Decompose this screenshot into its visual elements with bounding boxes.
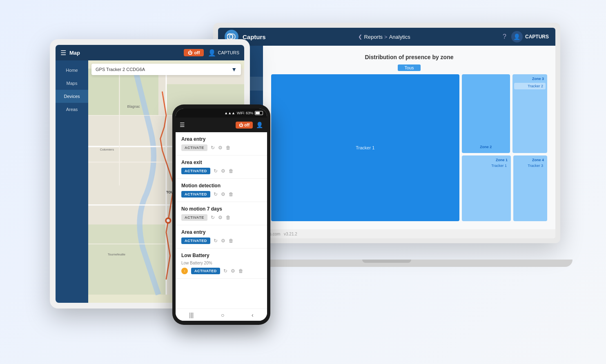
alert-activated-btn-6[interactable]: ACTIVATED	[191, 268, 220, 274]
chart-area: Distribution of presence by zone Tous Tr…	[263, 46, 555, 229]
phone-alerts-list: Area entry ACTIVATE ↻ ⚙ 🗑 Area exit ACTI…	[176, 132, 267, 309]
alert-settings-icon-5[interactable]: ⚙	[221, 238, 225, 244]
alert-controls-1: ACTIVATE ↻ ⚙ 🗑	[181, 144, 261, 151]
phone-bottom-nav: ||| ○ ‹	[176, 309, 267, 321]
treemap-container: Tracker 1 Zone 2	[271, 74, 547, 221]
laptop-footer: s.com v3.21.2	[263, 229, 555, 238]
laptop-user-avatar: 👤	[511, 31, 523, 42]
help-icon[interactable]: ?	[503, 33, 506, 40]
tablet-sidebar-home[interactable]: Home	[56, 64, 88, 77]
alert-delete-icon-2[interactable]: 🗑	[229, 168, 234, 174]
alert-activate-btn-1[interactable]: ACTIVATE	[181, 144, 207, 151]
alert-item-no-motion: No motion 7 days ACTIVATE ↻ ⚙ 🗑	[176, 202, 267, 225]
scene: Capturs ❮ Reports > Analytics ? 👤 CAPTUR…	[38, 15, 568, 349]
tablet-user-icon[interactable]: 👤	[208, 49, 216, 57]
phone-signal-icon: ▲▲▲	[224, 111, 235, 115]
phone-nav-home-icon[interactable]: ○	[221, 312, 224, 318]
phone-menu-icon[interactable]: ☰	[180, 122, 185, 128]
alert-controls-2: ACTIVATED ↻ ⚙ 🗑	[181, 168, 261, 174]
tablet-tracker-bar: GPS Tracker 2 CCDG6A ▼	[91, 64, 241, 75]
zone2-label: Zone 2	[477, 143, 494, 151]
alert-settings-icon-4[interactable]: ⚙	[218, 215, 223, 220]
alert-activated-btn-2[interactable]: ACTIVATED	[181, 168, 210, 174]
alert-title-6: Low Battery	[181, 253, 261, 258]
treemap-zone2-block: Tracker 1	[271, 74, 459, 221]
alert-activate-btn-4[interactable]: ACTIVATE	[181, 214, 207, 221]
phone-off-button[interactable]: ⏻ off	[236, 122, 253, 129]
laptop-nav-chevron-icon: ❮	[358, 34, 362, 40]
phone-nav-back-icon[interactable]: |||	[189, 312, 194, 318]
laptop-user: 👤 CAPTURS	[511, 31, 549, 42]
tablet-off-button[interactable]: ⏻ off	[184, 49, 204, 56]
tablet-topbar: ☰ Map ⏻ off 👤 CAPTURS	[56, 45, 244, 60]
phone-screen: ▲▲▲ WiFi 63% ☰ ⏻ off 👤	[176, 109, 267, 321]
alert-item-low-battery: Low Battery Low Battery 20% ! ACTIVATED …	[176, 249, 267, 279]
alert-controls-4: ACTIVATE ↻ ⚙ 🗑	[181, 214, 261, 221]
tablet-sidebar: Home Maps Devices Areas	[56, 60, 88, 303]
alert-settings-icon-1[interactable]: ⚙	[218, 145, 223, 151]
tablet-title: Map	[69, 50, 80, 56]
alert-controls-6: ! ACTIVATED ↻ ⚙ 🗑	[181, 268, 261, 274]
alert-delete-icon-1[interactable]: 🗑	[226, 145, 231, 151]
tablet-sidebar-maps[interactable]: Maps	[56, 77, 88, 90]
laptop-topbar-right: ? 👤 CAPTURS	[503, 31, 549, 42]
alert-refresh-icon-6[interactable]: ↻	[223, 268, 227, 274]
laptop-main: Distribution of presence by zone Tous Tr…	[263, 46, 555, 238]
laptop-topbar: Capturs ❮ Reports > Analytics ? 👤 CAPTUR…	[218, 28, 555, 46]
tablet-menu-icon[interactable]: ☰	[60, 49, 66, 57]
alert-activated-btn-5[interactable]: ACTIVATED	[181, 237, 210, 244]
treemap-zone1: Zone 1 Tracker 1	[462, 155, 511, 221]
alert-controls-3: ACTIVATED ↻ ⚙ 🗑	[181, 191, 261, 198]
tablet-user-label: CAPTURS	[218, 50, 239, 55]
alert-delete-icon-5[interactable]: 🗑	[229, 238, 234, 244]
treemap-zone4: Zone 4 Tracker 3	[513, 155, 547, 221]
phone: ▲▲▲ WiFi 63% ☰ ⏻ off 👤	[172, 104, 274, 333]
tablet-sidebar-devices[interactable]: Devices	[56, 90, 88, 103]
tablet-tracker-chevron[interactable]: ▼	[231, 66, 237, 73]
alert-title-3: Motion detection	[181, 183, 261, 189]
alert-badge-icon: !	[181, 268, 188, 274]
alert-refresh-icon-5[interactable]: ↻	[214, 238, 218, 244]
zone4-tracker3: Tracker 3	[515, 163, 546, 169]
alert-refresh-icon-4[interactable]: ↻	[211, 215, 215, 220]
chart-tabs: Tous	[271, 64, 547, 71]
treemap-zone2: Zone 2	[462, 74, 510, 153]
laptop-nav-reports[interactable]: Reports	[364, 34, 383, 40]
tablet-sidebar-areas[interactable]: Areas	[56, 103, 88, 116]
chart-tab-tous[interactable]: Tous	[398, 64, 420, 71]
treemap-right: Zone 2 Zone 3 Tracker 2	[462, 74, 547, 221]
svg-rect-3	[88, 69, 158, 115]
laptop-nav-analytics[interactable]: Analytics	[389, 34, 410, 40]
alert-item-area-entry-2: Area entry ACTIVATED ↻ ⚙ 🗑	[176, 225, 267, 249]
alert-title-2: Area exit	[181, 160, 261, 165]
phone-user-icon[interactable]: 👤	[256, 122, 263, 128]
phone-topbar: ☰ ⏻ off 👤	[176, 118, 267, 132]
alert-item-area-exit: Area exit ACTIVATED ↻ ⚙ 🗑	[176, 155, 267, 179]
phone-wifi-icon: WiFi	[237, 111, 244, 115]
alert-refresh-icon-1[interactable]: ↻	[211, 145, 215, 151]
alert-subtitle-6: Low Battery 20%	[181, 261, 261, 265]
zone1-tracker1: Tracker 1	[463, 163, 509, 169]
alert-refresh-icon-2[interactable]: ↻	[214, 168, 218, 174]
alert-delete-icon-3[interactable]: 🗑	[229, 191, 234, 197]
alert-item-motion: Motion detection ACTIVATED ↻ ⚙ 🗑	[176, 179, 267, 202]
alert-settings-icon-3[interactable]: ⚙	[221, 191, 225, 197]
alert-settings-icon-6[interactable]: ⚙	[231, 268, 235, 274]
alert-item-area-entry-1: Area entry ACTIVATE ↻ ⚙ 🗑	[176, 132, 267, 155]
alert-delete-icon-6[interactable]: 🗑	[238, 268, 243, 274]
zone4-label: Zone 4	[515, 157, 546, 163]
svg-point-16	[167, 219, 170, 222]
zone1-label: Zone 1	[463, 157, 509, 163]
phone-nav-recent-icon[interactable]: ‹	[252, 312, 254, 318]
tablet-off-label: off	[194, 50, 200, 55]
tablet-off-icon: ⏻	[188, 50, 192, 55]
alert-settings-icon-2[interactable]: ⚙	[221, 168, 225, 174]
laptop-nav-sep: >	[384, 34, 388, 40]
phone-off-icon: ⏻	[239, 123, 243, 127]
phone-status-icons: ▲▲▲ WiFi 63%	[224, 111, 263, 115]
alert-delete-icon-4[interactable]: 🗑	[226, 215, 231, 220]
alert-refresh-icon-3[interactable]: ↻	[214, 191, 218, 197]
phone-body: ▲▲▲ WiFi 63% ☰ ⏻ off 👤	[172, 104, 270, 325]
treemap-tracker1-label: Tracker 1	[356, 145, 374, 150]
alert-activated-btn-3[interactable]: ACTIVATED	[181, 191, 210, 198]
